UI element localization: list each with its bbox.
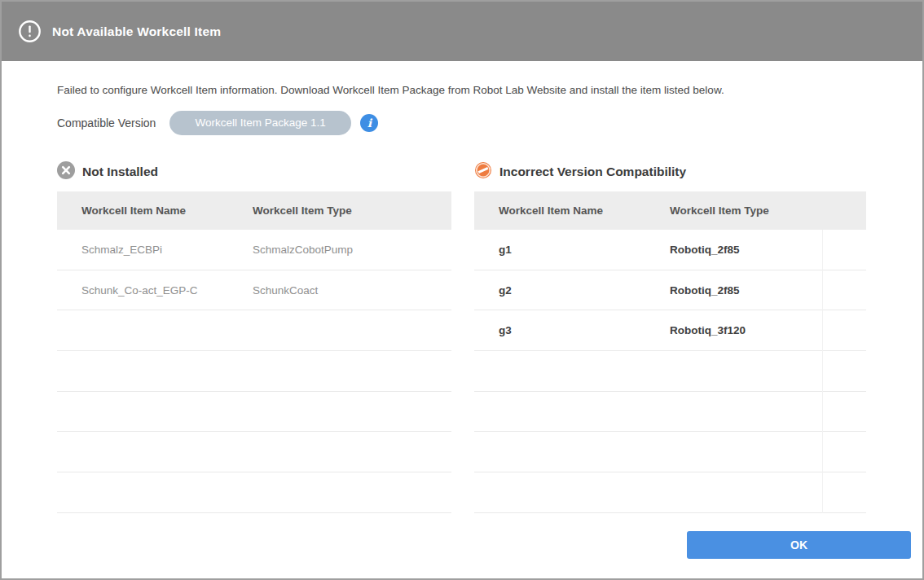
empty-table-row	[57, 392, 451, 433]
not-installed-header: Not Installed	[57, 161, 451, 182]
dialog-titlebar: Not Available Workcell Item	[2, 2, 922, 61]
incorrect-version-header: Incorrect Version Compatibility	[474, 161, 866, 182]
table-row: Schmalz_ECBPi SchmalzCobotPump	[57, 230, 451, 270]
incorrect-version-panel: Incorrect Version Compatibility Workcell…	[474, 161, 866, 513]
table-row: g3 Robotiq_3f120	[474, 310, 866, 351]
item-type-cell: SchmalzCobotPump	[253, 244, 451, 256]
incorrect-version-table: Workcell Item Name Workcell Item Type g1…	[474, 191, 866, 513]
column-header-item-name: Workcell Item Name	[474, 204, 670, 217]
column-header-item-type: Workcell Item Type	[253, 204, 451, 217]
item-type-cell: SchunkCoact	[253, 284, 451, 297]
item-name-cell: Schunk_Co-act_EGP-C	[57, 284, 253, 297]
compatible-version-row: Compatible Version Workcell Item Package…	[57, 111, 922, 135]
empty-table-row	[57, 310, 451, 351]
ok-button[interactable]: OK	[687, 531, 911, 559]
table-row: g1 Robotiq_2f85	[474, 230, 866, 270]
compatible-version-label: Compatible Version	[57, 116, 156, 130]
table-row: g2 Robotiq_2f85	[474, 270, 866, 311]
item-name-cell: g1	[474, 244, 670, 256]
empty-table-row	[474, 392, 866, 433]
package-version-badge: Workcell Item Package 1.1	[169, 111, 350, 135]
dialog-message: Failed to configure Workcell Item inform…	[57, 84, 865, 96]
item-name-cell: g3	[474, 324, 670, 336]
not-installed-panel: Not Installed Workcell Item Name Workcel…	[57, 161, 451, 513]
not-installed-title: Not Installed	[82, 165, 158, 179]
item-name-cell: Schmalz_ECBPi	[57, 244, 253, 256]
dialog-title: Not Available Workcell Item	[52, 24, 221, 39]
incorrect-version-title: Incorrect Version Compatibility	[499, 165, 686, 179]
item-name-cell: g2	[474, 284, 670, 297]
item-type-cell: Robotiq_3f120	[670, 324, 866, 336]
table-header-row: Workcell Item Name Workcell Item Type	[57, 191, 451, 230]
empty-table-row	[57, 351, 451, 392]
table-header-row: Workcell Item Name Workcell Item Type	[474, 191, 866, 230]
empty-table-row	[474, 472, 866, 513]
empty-table-row	[57, 432, 451, 472]
empty-table-row	[474, 351, 866, 392]
column-header-item-name: Workcell Item Name	[57, 204, 253, 217]
dialog-footer: OK	[2, 531, 911, 559]
empty-table-row	[474, 432, 866, 472]
column-header-item-type: Workcell Item Type	[670, 204, 866, 217]
info-icon[interactable]: i	[360, 114, 378, 132]
block-circle-icon	[474, 161, 492, 182]
empty-table-row	[57, 472, 451, 513]
not-available-workcell-item-dialog: Not Available Workcell Item Failed to co…	[0, 0, 924, 580]
alert-circle-icon	[18, 20, 42, 43]
x-circle-icon	[57, 161, 75, 182]
item-type-cell: Robotiq_2f85	[670, 284, 866, 297]
item-type-cell: Robotiq_2f85	[670, 244, 866, 256]
not-installed-table: Workcell Item Name Workcell Item Type Sc…	[57, 191, 451, 513]
table-row: Schunk_Co-act_EGP-C SchunkCoact	[57, 270, 451, 311]
tables-container: Not Installed Workcell Item Name Workcel…	[57, 161, 922, 513]
